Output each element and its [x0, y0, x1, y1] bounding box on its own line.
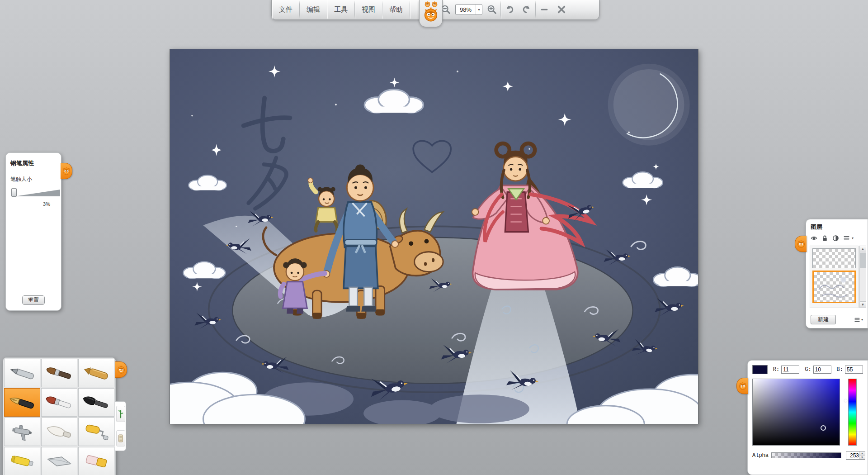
- menu-help[interactable]: 帮助: [382, 0, 410, 19]
- close-button[interactable]: [553, 0, 570, 19]
- color-panel-tab[interactable]: [736, 378, 748, 394]
- tool-fountain-pen[interactable]: [4, 388, 40, 417]
- ink-brush-icon: [44, 362, 74, 385]
- chevron-down-icon[interactable]: ▾: [476, 5, 482, 14]
- palette-knife-icon: [44, 421, 74, 443]
- tool-paint-tube[interactable]: [4, 447, 40, 475]
- green-label: G:: [805, 366, 811, 373]
- app-logo-icon: [424, 7, 438, 22]
- zoom-in-button[interactable]: [483, 0, 500, 19]
- blade-icon: [44, 450, 74, 473]
- reset-button[interactable]: 重置: [22, 295, 45, 305]
- app-logo-tab[interactable]: [419, 0, 443, 27]
- airbrush-icon: [7, 421, 37, 443]
- hue-slider[interactable]: [848, 379, 857, 446]
- oil-brush-icon: [44, 391, 74, 414]
- list-icon: [854, 317, 860, 323]
- canvas[interactable]: [170, 49, 698, 424]
- tool-blade[interactable]: [41, 447, 77, 475]
- tool-calligraphy-brush[interactable]: [78, 388, 114, 417]
- undo-button[interactable]: [501, 0, 518, 19]
- calligraphy-brush-icon: [81, 391, 111, 414]
- red-label: R:: [773, 366, 779, 373]
- bamboo-pen-icon: [81, 362, 111, 385]
- alpha-down-icon[interactable]: ▼: [859, 456, 865, 459]
- alpha-input[interactable]: [846, 452, 859, 459]
- scroll-up-icon[interactable]: ▲: [860, 246, 866, 252]
- menu-edit[interactable]: 编辑: [300, 0, 327, 19]
- paint-roller-icon: [81, 421, 111, 443]
- tool-pencil[interactable]: [4, 359, 40, 387]
- saturation-value-picker[interactable]: [752, 379, 840, 446]
- blue-input[interactable]: [845, 366, 863, 374]
- tool-bamboo-pen[interactable]: [78, 359, 114, 387]
- scrollbar-thumb[interactable]: [860, 253, 866, 268]
- brush-size-label: 笔触大小: [10, 176, 57, 183]
- layers-panel: 图层 ▾ ▲ ▼ 新建 ▾: [806, 219, 868, 328]
- paint-tube-icon: [7, 450, 37, 473]
- layer-blend-icon[interactable]: [832, 235, 839, 242]
- blue-label: B:: [837, 366, 843, 373]
- slider-track[interactable]: [15, 190, 60, 196]
- bamboo-icon: [118, 409, 124, 419]
- layer-thumbnail-sketch: [814, 272, 854, 302]
- fountain-pen-icon: [7, 391, 37, 414]
- pen-properties-panel: 钢笔属性 笔触大小 3% 重置: [5, 152, 61, 311]
- layer-item-selected[interactable]: [812, 271, 856, 303]
- layer-menu-icon[interactable]: [843, 235, 850, 242]
- color-cursor[interactable]: [821, 425, 826, 431]
- alpha-value-stepper[interactable]: ▲ ▼: [846, 451, 865, 460]
- red-input[interactable]: [781, 366, 799, 374]
- menu-file[interactable]: 文件: [272, 0, 299, 19]
- bamboo-tool-button[interactable]: [116, 406, 125, 422]
- menu-tools[interactable]: 工具: [327, 0, 354, 19]
- app-logo-icon: [739, 382, 747, 390]
- layers-options-button[interactable]: ▾: [854, 317, 863, 323]
- alpha-up-icon[interactable]: ▲: [859, 451, 865, 456]
- tool-ink-brush[interactable]: [41, 359, 77, 387]
- brush-size-slider[interactable]: [10, 188, 57, 198]
- layers-panel-title: 图层: [811, 223, 865, 231]
- slider-handle[interactable]: [11, 188, 17, 197]
- app-logo-icon: [797, 240, 805, 248]
- pen-panel-title: 钢笔属性: [10, 159, 57, 167]
- texture-tool-button[interactable]: [116, 430, 125, 446]
- color-picker-panel: R: G: B: Alpha ▲ ▼: [747, 360, 868, 475]
- alpha-label: Alpha: [752, 452, 771, 459]
- tool-eraser[interactable]: [78, 447, 114, 475]
- brush-size-value: 3%: [10, 201, 57, 207]
- menu-view[interactable]: 视图: [355, 0, 382, 19]
- layers-panel-tab[interactable]: [795, 236, 807, 252]
- scroll-icon: [118, 433, 124, 443]
- layers-scrollbar[interactable]: ▲ ▼: [859, 246, 866, 308]
- new-layer-button[interactable]: 新建: [811, 315, 836, 324]
- tool-paint-roller[interactable]: [78, 418, 114, 446]
- app-logo-icon: [62, 167, 71, 175]
- layer-visibility-icon[interactable]: [811, 235, 817, 242]
- redo-button[interactable]: [518, 0, 535, 19]
- tool-palette-knife[interactable]: [41, 418, 77, 446]
- tool-palette: [3, 357, 116, 475]
- alpha-gradient: [772, 453, 841, 458]
- hue-cursor[interactable]: [844, 399, 848, 403]
- green-input[interactable]: [813, 366, 831, 374]
- tool-oil-brush[interactable]: [41, 388, 77, 417]
- app-logo-icon: [117, 366, 125, 374]
- layer-item[interactable]: [812, 248, 856, 268]
- pencil-icon: [7, 362, 37, 385]
- minimize-button[interactable]: [536, 0, 553, 19]
- zoom-value: 98%: [456, 6, 476, 13]
- logo-mini-icon: [432, 1, 438, 7]
- layer-lock-icon[interactable]: [821, 235, 828, 242]
- alpha-slider[interactable]: [771, 452, 841, 458]
- current-color-swatch[interactable]: [752, 365, 768, 374]
- zoom-level-select[interactable]: 98% ▾: [455, 4, 482, 15]
- pen-panel-tab[interactable]: [61, 163, 72, 179]
- chevron-down-icon[interactable]: ▾: [852, 236, 854, 240]
- tool-palette-tab[interactable]: [115, 361, 127, 378]
- logo-mini-icon: [425, 1, 430, 7]
- tool-airbrush[interactable]: [4, 418, 40, 446]
- layer-list: [810, 246, 859, 308]
- canvas-artwork[interactable]: [170, 49, 698, 424]
- scroll-down-icon[interactable]: ▼: [860, 301, 866, 308]
